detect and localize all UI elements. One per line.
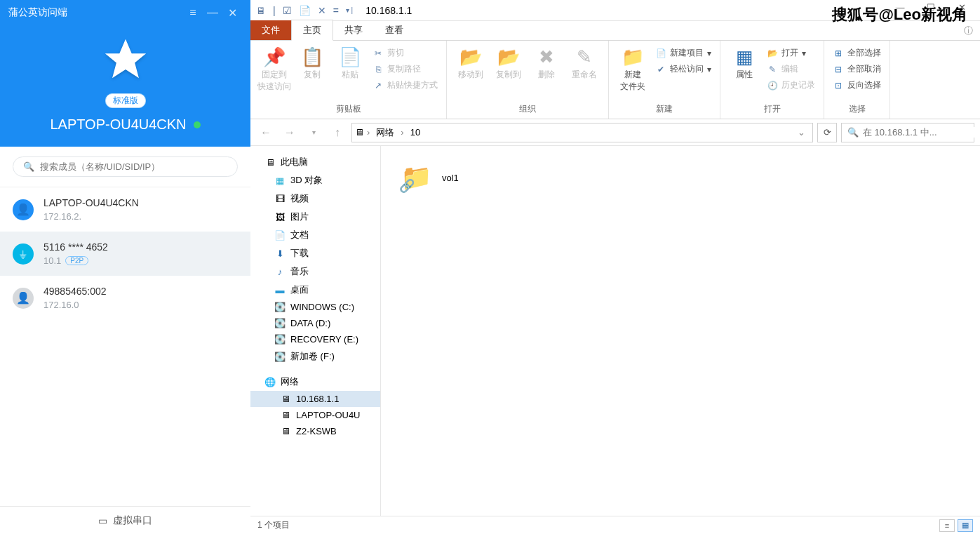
cube-icon: ▦ bbox=[274, 175, 286, 186]
item-label: vol1 bbox=[442, 173, 459, 183]
addr-dropdown[interactable]: ⌄ bbox=[793, 127, 810, 138]
image-icon: 🖼 bbox=[274, 212, 286, 222]
member-search-input[interactable] bbox=[40, 161, 227, 172]
explorer-search[interactable]: 🔍 bbox=[841, 123, 974, 142]
vpn-title: 蒲公英访问端 bbox=[8, 6, 183, 19]
copy-button[interactable]: 📋复制 bbox=[294, 44, 330, 81]
open-button[interactable]: 📂打开▾ bbox=[764, 46, 818, 60]
selinv-icon: ⊡ bbox=[833, 81, 844, 91]
easyaccess-button[interactable]: ✔轻松访问▾ bbox=[652, 62, 714, 76]
tree-e[interactable]: 💽RECOVERY (E:) bbox=[250, 331, 380, 347]
newitem-icon: 📄 bbox=[655, 48, 666, 58]
view-icons-button[interactable]: ▦ bbox=[958, 519, 973, 532]
moveto-button[interactable]: 📂移动到 bbox=[452, 44, 489, 81]
delete-button[interactable]: ✖删除 bbox=[528, 44, 565, 81]
history-icon: 🕘 bbox=[767, 81, 778, 91]
qat-dropdown[interactable]: ▾ | bbox=[344, 6, 354, 14]
svg-marker-0 bbox=[105, 39, 145, 78]
selinv-button[interactable]: ⊡反向选择 bbox=[830, 79, 884, 92]
checkbox-icon[interactable]: ☑ bbox=[281, 5, 293, 16]
tab-file[interactable]: 文件 bbox=[250, 20, 291, 40]
minimize-icon[interactable]: — bbox=[203, 6, 222, 19]
pin-icon: 📌 bbox=[263, 48, 286, 66]
back-button[interactable]: ← bbox=[256, 123, 276, 142]
close-icon[interactable]: ✕ bbox=[222, 6, 242, 20]
pasteshort-button[interactable]: ↗粘贴快捷方式 bbox=[370, 79, 441, 92]
member-item-0[interactable]: 👤 LAPTOP-OU4U4CKN 172.16.2. bbox=[0, 187, 250, 232]
nav-tree: 🖥此电脑 ▦3D 对象 🎞视频 🖼图片 📄文档 ⬇下载 ♪音乐 ▬桌面 💽WIN… bbox=[250, 146, 381, 516]
tree-desk[interactable]: ▬桌面 bbox=[250, 281, 380, 299]
tab-home[interactable]: 主页 bbox=[291, 20, 333, 41]
selnone-button[interactable]: ⊟全部取消 bbox=[830, 62, 884, 76]
delete-icon: ✖ bbox=[539, 48, 554, 66]
chevron-right-icon: › bbox=[401, 127, 403, 138]
recent-button[interactable]: ▾ bbox=[304, 123, 323, 142]
props-button[interactable]: ▦属性 bbox=[726, 44, 763, 81]
content-area[interactable]: 📁🔗 vol1 bbox=[381, 146, 980, 516]
tree-net1[interactable]: 🖥10.168.1.1 bbox=[250, 391, 380, 407]
crumb-node[interactable]: 10 bbox=[407, 127, 424, 138]
tree-music[interactable]: ♪音乐 bbox=[250, 262, 380, 281]
minimize-button[interactable]: — bbox=[886, 2, 914, 19]
share-item-vol1[interactable]: 📁🔗 vol1 bbox=[394, 159, 466, 196]
selall-button[interactable]: ⊞全部选择 bbox=[830, 46, 884, 60]
member-item-2[interactable]: 👤 49885465:002 172.16.0 bbox=[0, 276, 250, 320]
group-select: 选择 bbox=[830, 101, 884, 119]
pin-button[interactable]: 📌固定到 快速访问 bbox=[256, 44, 293, 93]
close-x-icon[interactable]: ✕ bbox=[316, 5, 328, 16]
tree-dl[interactable]: ⬇下载 bbox=[250, 244, 380, 262]
copyto-button[interactable]: 📂复制到 bbox=[490, 44, 527, 81]
tree-docs[interactable]: 📄文档 bbox=[250, 226, 380, 244]
tree-f[interactable]: 💽新加卷 (F:) bbox=[250, 347, 380, 366]
shortcut-icon: ↗ bbox=[372, 81, 384, 91]
up-button[interactable]: ↑ bbox=[328, 123, 347, 142]
search-icon: 🔍 bbox=[23, 161, 34, 172]
window-title: 10.168.1.1 bbox=[365, 5, 412, 16]
tree-pics[interactable]: 🖼图片 bbox=[250, 208, 380, 226]
device-name: LAPTOP-OU4U4CKN bbox=[50, 116, 186, 133]
file-explorer: 搜狐号@Leo新视角 🖥 | ☑ 📄 ✕ = ▾ | 10.168.1.1 — … bbox=[250, 0, 980, 534]
tree-c[interactable]: 💽WINDOWS (C:) bbox=[250, 299, 380, 315]
refresh-button[interactable]: ⟳ bbox=[817, 123, 837, 142]
tree-thispc[interactable]: 🖥此电脑 bbox=[250, 153, 380, 171]
virtual-serial-button[interactable]: ▭ 虚拟串口 bbox=[0, 506, 250, 534]
member-item-1[interactable]: ⏚ 5116 **** 4652 10.1 P2P bbox=[0, 232, 250, 276]
forward-button[interactable]: → bbox=[280, 123, 300, 142]
member-ip: 10.1 P2P bbox=[43, 255, 108, 266]
tree-3d[interactable]: ▦3D 对象 bbox=[250, 171, 380, 189]
maximize-button[interactable]: ☐ bbox=[917, 2, 945, 19]
pc-icon[interactable]: 🖥 bbox=[255, 5, 267, 16]
tree-net3[interactable]: 🖥Z2-KSWB bbox=[250, 423, 380, 439]
history-button[interactable]: 🕘历史记录 bbox=[764, 79, 818, 92]
member-name: LAPTOP-OU4U4CKN bbox=[43, 197, 139, 208]
tab-view[interactable]: 查看 bbox=[374, 20, 415, 40]
tab-share[interactable]: 共享 bbox=[333, 20, 374, 40]
edit-button[interactable]: ✎编辑 bbox=[764, 62, 818, 76]
open-icon: 📂 bbox=[767, 48, 778, 58]
view-details-button[interactable]: ≡ bbox=[939, 519, 955, 532]
crumb-network[interactable]: 网络 bbox=[372, 126, 398, 139]
copypath-button[interactable]: ⎘复制路径 bbox=[370, 62, 441, 76]
close-button[interactable]: ✕ bbox=[948, 2, 976, 19]
ribbon-tabs: 文件 主页 共享 查看 ⓘ bbox=[250, 21, 980, 41]
tree-d[interactable]: 💽DATA (D:) bbox=[250, 315, 380, 331]
group-clipboard: 剪贴板 bbox=[256, 101, 441, 119]
plug-icon: ⏚ bbox=[13, 243, 34, 265]
address-bar[interactable]: 🖥 › 网络 › 10 ⌄ bbox=[351, 123, 813, 142]
tree-video[interactable]: 🎞视频 bbox=[250, 189, 380, 208]
rename-button[interactable]: ✎重命名 bbox=[566, 44, 603, 81]
paste-button[interactable]: 📄粘贴 bbox=[332, 44, 368, 81]
newfolder-button[interactable]: 📁新建 文件夹 bbox=[615, 44, 651, 93]
newitem-button[interactable]: 📄新建项目▾ bbox=[652, 46, 714, 60]
tree-net2[interactable]: 🖥LAPTOP-OU4U bbox=[250, 407, 380, 423]
help-icon[interactable]: ⓘ bbox=[957, 22, 980, 40]
cut-button[interactable]: ✂剪切 bbox=[370, 46, 441, 60]
member-search[interactable]: 🔍 bbox=[13, 156, 238, 177]
explorer-search-input[interactable] bbox=[863, 127, 980, 138]
rename-icon: ✎ bbox=[577, 48, 592, 66]
tree-network[interactable]: 🌐网络 bbox=[250, 373, 380, 391]
cut-icon: ✂ bbox=[372, 48, 384, 58]
chevron-down-icon: ▾ bbox=[707, 65, 711, 74]
menu-icon[interactable]: ≡ bbox=[183, 6, 203, 19]
folder-icon[interactable]: 📄 bbox=[297, 5, 312, 16]
